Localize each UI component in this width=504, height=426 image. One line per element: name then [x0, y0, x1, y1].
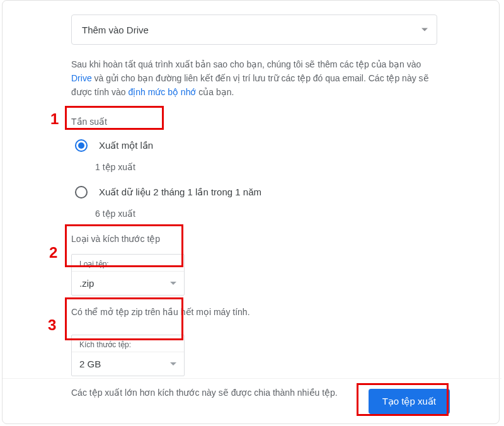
chevron-down-icon	[421, 28, 428, 32]
storage-quota-link[interactable]: định mức bộ nhớ	[128, 87, 196, 97]
footer-actions: Tạo tệp xuất	[3, 378, 501, 423]
filetype-select[interactable]: Loại tệp: .zip	[71, 254, 185, 296]
destination-dropdown[interactable]: Thêm vào Drive	[71, 14, 437, 45]
annotation-1-number: 1	[50, 110, 59, 128]
frequency-option-once[interactable]: Xuất một lần	[71, 137, 442, 154]
filetype-select-label: Loại tệp:	[72, 255, 184, 272]
frequency-label: Tần suất	[71, 117, 442, 127]
filesize-select-label: Kích thước tệp:	[72, 335, 184, 352]
radio-unselected-icon	[75, 186, 88, 199]
annotation-2-number: 2	[49, 244, 57, 262]
destination-dropdown-value: Thêm vào Drive	[82, 25, 149, 35]
frequency-option-bimonthly[interactable]: Xuất dữ liệu 2 tháng 1 lần trong 1 năm	[71, 183, 442, 201]
filetype-helper: Có thể mở tệp zip trên hầu hết mọi máy t…	[71, 307, 442, 317]
filetypesize-label: Loại và kích thước tệp	[71, 234, 442, 244]
create-export-button[interactable]: Tạo tệp xuất	[369, 389, 450, 414]
frequency-option-once-label: Xuất một lần	[99, 140, 153, 151]
radio-selected-icon	[75, 139, 88, 152]
chevron-down-icon	[170, 282, 176, 285]
annotation-3-number: 3	[48, 316, 56, 334]
filetype-select-value: .zip	[79, 278, 94, 289]
frequency-option-once-sub: 1 tệp xuất	[95, 162, 442, 172]
frequency-option-bimonthly-sub: 6 tệp xuất	[95, 209, 442, 219]
drive-link[interactable]: Drive	[71, 73, 92, 83]
destination-description: Sau khi hoàn tất quá trình xuất bản sao …	[71, 57, 437, 99]
filesize-select[interactable]: Kích thước tệp: 2 GB	[71, 335, 185, 376]
chevron-down-icon	[170, 362, 176, 366]
frequency-option-bimonthly-label: Xuất dữ liệu 2 tháng 1 lần trong 1 năm	[99, 187, 261, 198]
filesize-select-value: 2 GB	[79, 359, 101, 369]
